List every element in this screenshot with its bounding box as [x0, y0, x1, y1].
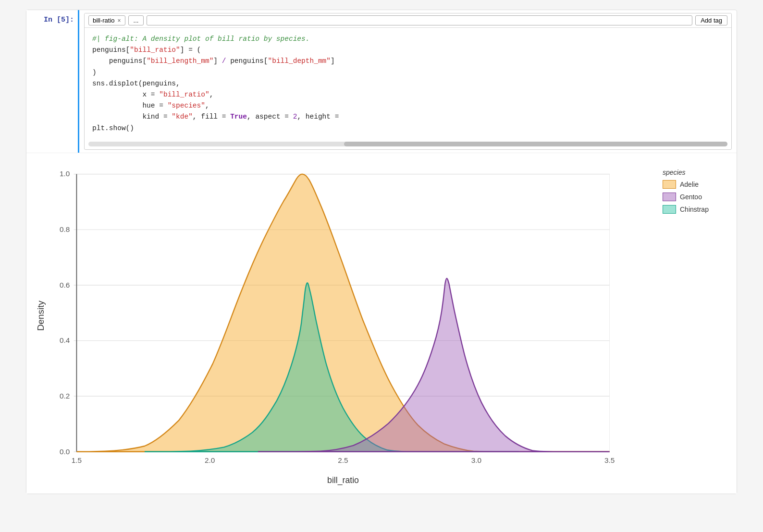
svg-text:0.6: 0.6 — [60, 280, 70, 289]
gentoo-label: Gentoo — [680, 193, 702, 201]
svg-text:3.0: 3.0 — [471, 456, 481, 464]
legend-item-gentoo: Gentoo — [663, 193, 724, 201]
svg-text:0.8: 0.8 — [60, 225, 70, 233]
svg-text:0.0: 0.0 — [60, 447, 70, 455]
code-cell: In [5]: bill-ratio × ... Add tag #| fig-… — [26, 10, 737, 153]
scrollbar-thumb — [344, 142, 727, 146]
code-scrollbar[interactable] — [88, 142, 727, 146]
density-chart: Density 0.0 0.2 0.4 0.6 — [31, 163, 655, 491]
code-line-2: penguins["bill_length_mm"] / penguins["b… — [92, 57, 335, 65]
adelie-label: Adelie — [680, 181, 699, 188]
legend-title: species — [663, 169, 724, 176]
code-line-3: ) — [92, 69, 97, 76]
code-line-6: hue = "species", — [92, 102, 209, 109]
cell-label: In [5]: — [26, 10, 79, 153]
chart-container: Density 0.0 0.2 0.4 0.6 — [31, 163, 732, 494]
output-area: Density 0.0 0.2 0.4 0.6 — [26, 153, 737, 494]
notebook: In [5]: bill-ratio × ... Add tag #| fig-… — [26, 10, 737, 494]
svg-text:2.0: 2.0 — [205, 456, 215, 464]
tag-label: bill-ratio — [93, 17, 115, 24]
gentoo-swatch — [663, 193, 676, 201]
chart-svg-wrap: Density 0.0 0.2 0.4 0.6 — [31, 163, 655, 494]
svg-text:3.5: 3.5 — [604, 456, 615, 464]
chinstrap-label: Chinstrap — [680, 206, 709, 213]
add-tag-button[interactable]: Add tag — [695, 15, 727, 25]
tag-input[interactable] — [147, 15, 692, 25]
code-line-4: sns.displot(penguins, — [92, 80, 180, 87]
y-axis-label: Density — [36, 300, 46, 330]
svg-text:1.0: 1.0 — [60, 169, 70, 178]
tag-close-icon[interactable]: × — [118, 17, 121, 24]
ellipsis-button[interactable]: ... — [128, 15, 144, 25]
svg-text:bill_ratio: bill_ratio — [327, 475, 359, 485]
cell-content-area: bill-ratio × ... Add tag #| fig-alt: A d… — [84, 13, 732, 150]
svg-text:0.2: 0.2 — [60, 392, 70, 400]
legend-item-adelie: Adelie — [663, 180, 724, 189]
chart-legend: species Adelie Gentoo Chinstrap — [655, 163, 732, 223]
cell-toolbar: bill-ratio × ... Add tag — [85, 13, 731, 28]
adelie-swatch — [663, 180, 676, 189]
code-line-5: x = "bill_ratio", — [92, 91, 213, 98]
svg-text:0.4: 0.4 — [60, 336, 70, 344]
code-editor[interactable]: #| fig-alt: A density plot of bill ratio… — [85, 28, 731, 140]
code-line-7: kind = "kde", fill = True, aspect = 2, h… — [92, 113, 339, 121]
code-line-8: plt.show() — [92, 124, 134, 132]
comment-line: #| fig-alt: A density plot of bill ratio… — [92, 35, 309, 43]
tag-pill[interactable]: bill-ratio × — [88, 15, 125, 25]
legend-item-chinstrap: Chinstrap — [663, 205, 724, 214]
chinstrap-swatch — [663, 205, 676, 214]
svg-text:2.5: 2.5 — [338, 456, 348, 464]
svg-text:1.5: 1.5 — [72, 456, 82, 464]
code-line-1: penguins["bill_ratio"] = ( — [92, 46, 201, 54]
